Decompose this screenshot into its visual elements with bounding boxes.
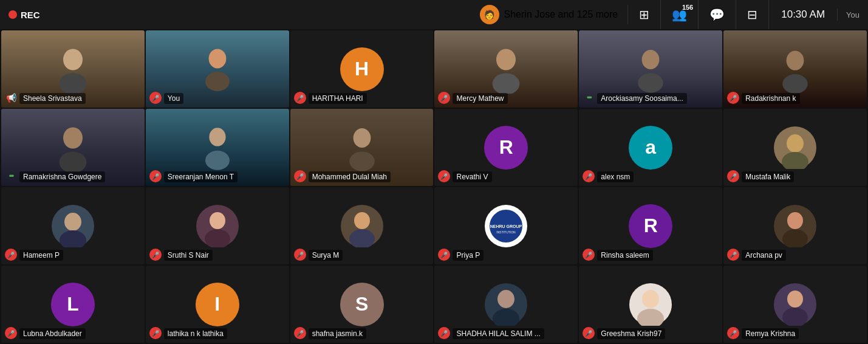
video-cell-sheela[interactable]: 📢 Sheela Srivastava [1, 30, 145, 108]
rec-dot [9, 10, 17, 19]
host-name: Sherin Jose [504, 9, 556, 19]
video-cell-mustafa[interactable]: 🎤 Mustafa Malik [723, 109, 867, 186]
name-sruthi: Sruthi S Nair [164, 250, 213, 261]
avatar-lubna: L [51, 283, 95, 326]
photo-sruthi [196, 205, 239, 247]
mute-icon-shafna: 🎤 [294, 327, 306, 339]
svg-point-10 [63, 127, 83, 148]
mute-icon-greeshma: 🎤 [583, 327, 595, 339]
mute-icon-priya: 🎤 [438, 249, 450, 261]
mute-icon-remya: 🎤 [727, 327, 739, 339]
mute-icon-lubna: 🎤 [5, 327, 17, 339]
participants-button[interactable]: 👥 156 [661, 0, 699, 29]
rec-badge: REC [0, 6, 49, 24]
participant-count: 156 [682, 4, 693, 11]
layout-button[interactable]: ⊟ [736, 0, 769, 29]
photo-hameem [52, 205, 94, 247]
host-avatar: 🧑 [480, 5, 499, 24]
svg-point-13 [205, 150, 230, 170]
svg-point-1 [60, 73, 87, 94]
video-cell-alex[interactable]: a 🎤 alex nsm [579, 109, 722, 186]
video-cell-radakrishnan[interactable]: 🎤 Radakrishnan k [723, 30, 867, 108]
video-cell-mercy[interactable]: 🎤 Mercy Mathew [434, 30, 578, 108]
name-shafna: shafna jasmin.k [309, 328, 366, 339]
svg-point-4 [496, 49, 516, 70]
person-video-sreeranjan [193, 123, 242, 172]
svg-text:NEHRU GROUP: NEHRU GROUP [490, 224, 522, 229]
name-lubna: Lubna Abdulkader [19, 328, 86, 339]
avatar-rinsha: R [629, 204, 672, 248]
video-cell-mohammed[interactable]: 🎤 Mohammed Dulal Miah [290, 109, 434, 186]
photo-shadha [485, 283, 527, 326]
svg-point-5 [493, 73, 520, 94]
more-icon-arockiasamy: ••• [583, 92, 595, 104]
svg-point-12 [209, 128, 225, 146]
video-cell-arockiasamy[interactable]: ••• Arockiasamy Soosaima... [579, 30, 722, 108]
mute-icon-lathika: 🎤 [149, 327, 162, 339]
svg-point-32 [787, 212, 803, 229]
name-ramakrishna: Ramakrishna Gowdgere [19, 171, 105, 182]
name-arockiasamy: Arockiasamy Soosaima... [597, 93, 686, 104]
name-rinsha: Rinsha saleem [597, 250, 652, 261]
layout-icon: ⊟ [747, 7, 757, 22]
host-more: and 125 more [558, 9, 618, 19]
svg-point-3 [205, 72, 230, 91]
video-cell-greeshma[interactable]: 🎤 Greeshma Krish97 [579, 266, 722, 343]
name-mohammed: Mohammed Dulal Miah [309, 171, 391, 182]
mute-icon-archana: 🎤 [727, 249, 739, 261]
grid-view-button[interactable]: ⊞ [628, 0, 661, 29]
video-cell-shadha[interactable]: 🎤 SHADHA HILAL SALIM ... [434, 266, 578, 343]
speaking-icon-sheela: 📢 [5, 92, 17, 104]
svg-point-2 [208, 49, 226, 68]
name-surya: Surya M [309, 250, 343, 261]
video-cell-sreeranjan[interactable]: 🎤 Sreeranjan Menon T [146, 109, 289, 186]
svg-point-0 [63, 49, 83, 70]
video-cell-priya[interactable]: NEHRU GROUP INSTITUTION 🎤 Priya P [434, 187, 578, 264]
name-haritha: HARITHA HARI [309, 93, 367, 104]
video-cell-sruthi[interactable]: 🎤 Sruthi S Nair [146, 187, 289, 264]
avatar-haritha: H [340, 47, 384, 91]
logo-priya: NEHRU GROUP INSTITUTION [485, 205, 527, 247]
avatar-shafna: S [340, 283, 384, 326]
svg-point-14 [353, 128, 371, 148]
photo-mustafa [774, 126, 816, 169]
video-cell-surya[interactable]: 🎤 Surya M [290, 187, 434, 264]
video-cell-lubna[interactable]: L 🎤 Lubna Abdulkader [1, 266, 145, 343]
mute-icon-surya: 🎤 [294, 249, 306, 261]
svg-point-23 [210, 212, 225, 229]
mute-icon-mohammed: 🎤 [294, 170, 306, 182]
video-cell-shafna[interactable]: S 🎤 shafna jasmin.k [290, 266, 434, 343]
photo-greeshma [629, 283, 672, 326]
svg-point-8 [787, 50, 804, 70]
grid-icon: ⊞ [639, 7, 649, 22]
video-cell-revathi[interactable]: R 🎤 Revathi V [434, 109, 578, 186]
svg-point-17 [787, 134, 804, 153]
photo-remya [774, 283, 816, 326]
name-priya: Priya P [453, 250, 484, 261]
video-cell-you[interactable]: 🎤 You [146, 30, 289, 108]
mute-icon-alex: 🎤 [583, 170, 595, 182]
svg-point-9 [782, 74, 808, 94]
video-cell-rinsha[interactable]: R 🎤 Rinsha saleem [579, 187, 722, 264]
video-cell-ramakrishna[interactable]: ••• Ramakrishna Gowdgere [1, 109, 145, 186]
video-cell-archana[interactable]: 🎤 Archana pv [723, 187, 867, 264]
person-video-mohammed [338, 123, 386, 172]
name-revathi: Revathi V [453, 171, 491, 182]
name-greeshma: Greeshma Krish97 [597, 328, 665, 339]
host-text: Sherin Jose and 125 more [504, 9, 618, 20]
mute-icon-rinsha: 🎤 [583, 249, 595, 261]
person-video-radakrishnan [771, 45, 819, 94]
video-cell-haritha[interactable]: H 🎤 HARITHA HARI [290, 30, 434, 108]
mute-icon-revathi: 🎤 [438, 170, 450, 182]
rec-label: REC [21, 10, 40, 20]
video-cell-hameem[interactable]: 🎤 Hameem P [1, 187, 145, 264]
name-shadha: SHADHA HILAL SALIM ... [453, 328, 544, 339]
photo-archana [774, 205, 816, 247]
video-cell-lathika[interactable]: I 🎤 lathika n k lathika [146, 266, 289, 343]
chat-button[interactable]: 💬 [699, 0, 736, 29]
avatar-lathika: I [196, 283, 239, 326]
more-icon-ramakrishna: ••• [5, 170, 17, 182]
person-video-you [193, 45, 242, 94]
video-cell-remya[interactable]: 🎤 Remya Krishna [723, 266, 867, 343]
person-video-sheela [49, 45, 97, 94]
